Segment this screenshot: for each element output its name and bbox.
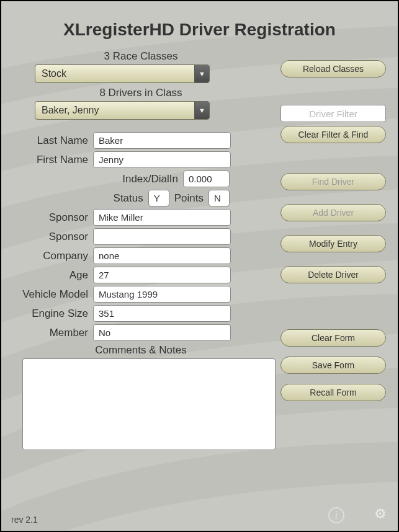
info-icon[interactable]: i xyxy=(328,507,344,523)
comments-notes-label: Comments & Notes xyxy=(14,344,268,357)
race-classes-label: 3 Race Classes xyxy=(14,50,268,63)
sponsor2-input[interactable] xyxy=(93,228,231,245)
comments-notes-textarea[interactable] xyxy=(22,358,276,450)
driver-select[interactable]: Baker, Jenny ▼ xyxy=(35,101,210,120)
app-window: XLregisterHD Driver Registration 3 Race … xyxy=(0,0,399,532)
company-input[interactable]: none xyxy=(93,247,231,264)
recall-form-button[interactable]: Recall Form xyxy=(280,384,386,401)
class-select[interactable]: Stock ▼ xyxy=(35,64,210,83)
first-name-label: First Name xyxy=(14,154,88,166)
revision-label: rev 2.1 xyxy=(11,515,38,525)
delete-driver-button[interactable]: Delete Driver xyxy=(280,266,386,283)
engine-size-input[interactable]: 351 xyxy=(93,305,231,322)
member-input[interactable]: No xyxy=(93,324,231,341)
chevron-down-icon: ▼ xyxy=(194,102,209,119)
last-name-label: Last Name xyxy=(14,135,88,147)
sponsor1-input[interactable]: Mike Miller xyxy=(93,209,231,226)
vehicle-model-label: Vehicle Model xyxy=(14,288,88,301)
age-label: Age xyxy=(14,269,88,282)
chevron-down-icon: ▼ xyxy=(194,65,209,82)
add-driver-button[interactable]: Add Driver xyxy=(280,204,386,221)
vehicle-model-input[interactable]: Mustang 1999 xyxy=(93,286,231,303)
member-label: Member xyxy=(14,327,88,339)
driver-select-value: Baker, Jenny xyxy=(35,105,194,116)
find-driver-button[interactable]: Find Driver xyxy=(280,173,386,190)
company-label: Company xyxy=(14,250,88,262)
last-name-input[interactable]: Baker xyxy=(93,132,231,149)
engine-size-label: Engine Size xyxy=(14,308,88,320)
points-label: Points xyxy=(174,192,204,205)
drivers-in-class-label: 8 Drivers in Class xyxy=(14,87,268,99)
class-select-value: Stock xyxy=(35,68,194,79)
age-input[interactable]: 27 xyxy=(93,267,231,283)
page-title: XLregisterHD Driver Registration xyxy=(1,20,398,40)
first-name-input[interactable]: Jenny xyxy=(93,151,231,168)
modify-entry-button[interactable]: Modify Entry xyxy=(280,235,386,252)
index-dialin-label: Index/DialIn xyxy=(122,173,178,185)
points-input[interactable]: N xyxy=(208,190,230,206)
status-label: Status xyxy=(114,192,143,205)
reload-classes-button[interactable]: Reload Classes xyxy=(280,60,386,78)
sponsor2-label: Sponsor xyxy=(14,231,88,243)
clear-filter-find-button[interactable]: Clear Filter & Find xyxy=(280,126,386,143)
index-dialin-input[interactable]: 0.000 xyxy=(183,171,230,187)
status-input[interactable]: Y xyxy=(148,190,169,206)
driver-filter-input[interactable]: Driver Filter xyxy=(280,105,386,122)
sponsor1-label: Sponsor xyxy=(14,211,88,224)
save-form-button[interactable]: Save Form xyxy=(280,357,386,374)
clear-form-button[interactable]: Clear Form xyxy=(280,329,386,347)
gear-icon[interactable]: ⚙ xyxy=(374,506,387,522)
